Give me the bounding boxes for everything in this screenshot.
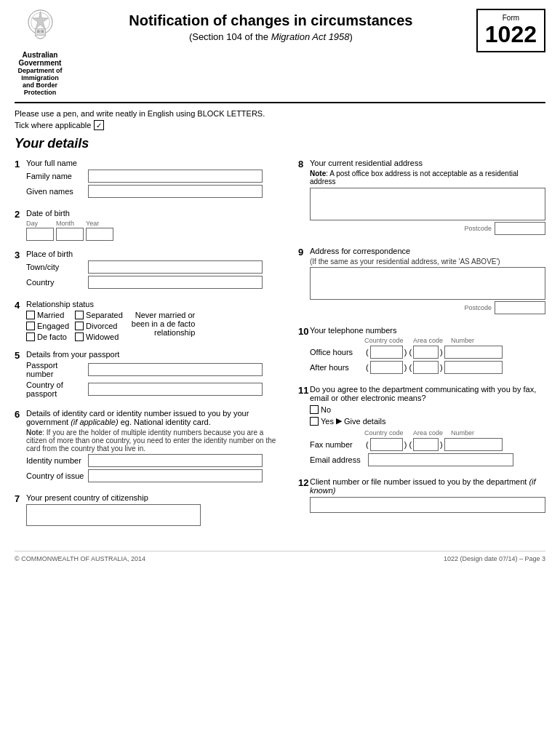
q9-postcode-input[interactable]	[495, 301, 545, 314]
rel-divorced: Divorced	[75, 322, 123, 330]
q11-options: No Yes ▶ Give details	[310, 405, 545, 426]
q4-label: Relationship status	[26, 300, 284, 308]
q11-phone-col-header-row: Country code Area code Number	[310, 429, 545, 437]
q8-content: Your current residential address Note: A…	[310, 159, 545, 238]
q11-number: 11	[298, 385, 310, 396]
rel-col-1: Married Engaged De facto	[26, 311, 69, 341]
question-11: 11 Do you agree to the department commun…	[298, 385, 545, 469]
q3-row: 3 Place of birth Town/city Country	[15, 250, 284, 291]
q11-fax-cc-input[interactable]	[370, 438, 403, 451]
q11-fax-ac-input[interactable]	[413, 438, 439, 451]
q6-note: Note: If you are the holder of multiple …	[26, 429, 284, 453]
dob-year-input[interactable]	[86, 228, 113, 241]
q8-note-bold: Note	[310, 170, 326, 178]
phone-col-headers: Country code Area code Number	[364, 337, 516, 344]
q9-postcode-row: Postcode	[310, 301, 545, 314]
form-number: 1022	[485, 22, 537, 47]
q1-row: 1 Your full name Family name Given names	[15, 159, 284, 200]
instruction-line1: Please use a pen, and write neatly in En…	[15, 109, 545, 118]
phone-col-header-row: Country code Area code Number	[310, 337, 545, 344]
q11-yes-label: Yes	[321, 417, 334, 426]
q3-country-input[interactable]	[88, 276, 263, 289]
q5-passport-input[interactable]	[88, 363, 263, 376]
phone-num-header: Number	[451, 337, 516, 344]
q5-passport-row: Passport number	[26, 361, 284, 378]
two-col-layout: 1 Your full name Family name Given names	[15, 159, 545, 536]
q12-label: Client number or file number issued to y…	[310, 477, 545, 495]
q1-family-row: Family name	[26, 170, 284, 183]
separated-checkbox[interactable]	[75, 311, 84, 319]
q11-fax-num-input[interactable]	[444, 438, 503, 451]
q6-country-input[interactable]	[88, 469, 263, 482]
question-12: 12 Client number or file number issued t…	[298, 477, 545, 514]
rel-defacto: De facto	[26, 332, 69, 341]
rel-col-2: Separated Divorced Widowed	[75, 311, 123, 341]
footer-design-date: 1022 (Design date 07/14) – Page 3	[444, 555, 545, 562]
married-checkbox[interactable]	[26, 311, 35, 319]
q11-fax-label: Fax number	[310, 440, 364, 449]
phone-ac-header: Area code	[413, 337, 449, 344]
q2-label: Date of birth	[26, 209, 284, 218]
q1-given-input[interactable]	[88, 185, 263, 198]
q1-content: Your full name Family name Given names	[26, 159, 284, 200]
q11-email-label: Email address	[310, 455, 364, 464]
phone-office-num-input[interactable]	[444, 346, 503, 359]
q8-row: 8 Your current residential address Note:…	[298, 159, 545, 238]
q1-family-input[interactable]	[88, 170, 263, 183]
q9-number: 9	[298, 247, 310, 258]
dob-day-input[interactable]	[26, 228, 54, 241]
phone-cc-header: Country code	[364, 337, 412, 344]
phone-after-num-input[interactable]	[444, 361, 503, 374]
q12-client-input[interactable]	[310, 497, 545, 513]
q6-identity-label: Identity number	[26, 456, 84, 465]
rel-separated: Separated	[75, 311, 123, 319]
q11-cc-header: Country code	[364, 429, 412, 437]
rel-status-grid: Married Engaged De facto	[26, 311, 284, 341]
q8-number: 8	[298, 159, 310, 170]
q3-town-label: Town/city	[26, 263, 84, 271]
q7-citizenship-input[interactable]	[26, 504, 201, 526]
coat-of-arms-icon	[20, 9, 60, 49]
form-box: Form 1022	[476, 9, 545, 52]
rel-engaged: Engaged	[26, 322, 69, 330]
defacto-checkbox[interactable]	[26, 332, 35, 341]
q6-note-bold: Note	[26, 429, 42, 437]
q11-yes-checkbox[interactable]	[310, 417, 319, 426]
q3-town-input[interactable]	[88, 260, 263, 274]
q4-number: 4	[15, 300, 26, 311]
q5-country-input[interactable]	[88, 383, 263, 396]
rel-widowed: Widowed	[75, 332, 123, 341]
phone-after-cc-input[interactable]	[370, 361, 403, 374]
widowed-checkbox[interactable]	[75, 332, 84, 341]
q11-yes-row: Yes ▶ Give details	[310, 416, 545, 426]
q7-label: Your present country of citizenship	[26, 493, 284, 502]
engaged-checkbox[interactable]	[26, 322, 35, 330]
separated-label: Separated	[86, 311, 123, 319]
q5-label: Details from your passport	[26, 350, 284, 359]
q11-email-input[interactable]	[368, 453, 513, 466]
q10-content: Your telephone numbers Country code Area…	[310, 326, 545, 376]
q11-no-checkbox[interactable]	[310, 405, 319, 414]
q1-label: Your full name	[26, 159, 284, 167]
footer-copyright: © COMMONWEALTH OF AUSTRALIA, 2014	[15, 555, 145, 562]
q12-label-text: Client number or file number issued to y…	[310, 477, 527, 486]
q8-note: Note: A post office box address is not a…	[310, 170, 545, 186]
phone-office-ac-input[interactable]	[413, 346, 439, 359]
subtitle-pre: (Section 104 of the	[189, 31, 271, 42]
subtitle-post: )	[350, 31, 353, 42]
q8-postcode-input[interactable]	[495, 222, 545, 235]
tick-checkbox[interactable]: ✓	[94, 120, 104, 130]
phone-after-label: After hours	[310, 363, 364, 372]
q6-identity-input[interactable]	[88, 454, 263, 467]
q8-address-input[interactable]	[310, 188, 545, 220]
dob-month-input[interactable]	[56, 228, 84, 241]
dob-inputs	[26, 228, 284, 241]
divorced-checkbox[interactable]	[75, 322, 84, 330]
phone-office-cc-input[interactable]	[370, 346, 403, 359]
q9-address-input[interactable]	[310, 267, 545, 300]
q11-give-details: Give details	[344, 417, 385, 426]
q6-label-suffix: eg. National identity card.	[121, 418, 211, 426]
phone-after-ac-input[interactable]	[413, 361, 439, 374]
q1-number: 1	[15, 159, 26, 170]
arrow-right-icon: ▶	[336, 416, 342, 426]
